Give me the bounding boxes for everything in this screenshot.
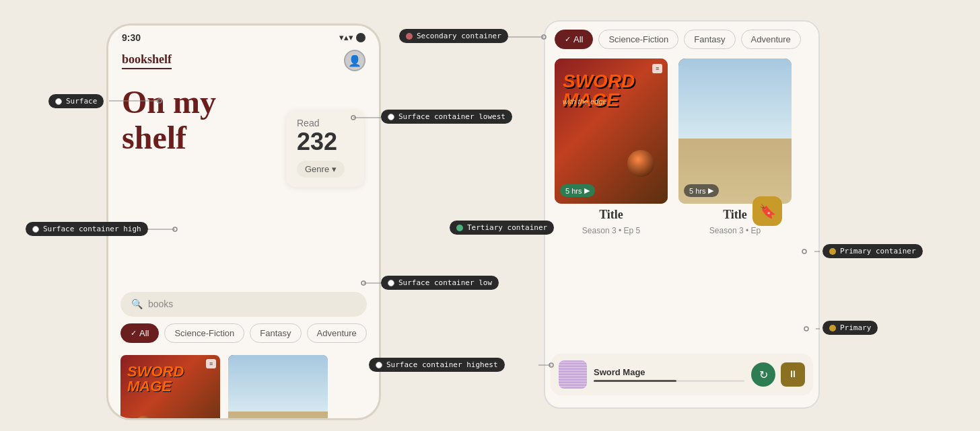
chip-adventure-phone[interactable]: Adventure <box>307 323 367 343</box>
rp-book-title-2: Title <box>723 208 747 222</box>
right-panel: All Science-Fiction Fantasy Adventure ≡ … <box>544 20 820 409</box>
rp-chip-scifi[interactable]: Science-Fiction <box>598 30 678 49</box>
rp-book-title-1: Title <box>599 208 623 222</box>
rp-time-badge-2: 5 hrs ▶ <box>684 184 719 197</box>
rp-chip-adventure[interactable]: Adventure <box>741 30 801 49</box>
read-card: Read 232 Genre ▾ <box>286 110 364 187</box>
mini-track-name: Sword Mage <box>594 367 744 377</box>
mini-player: Sword Mage ↻ ⏸ <box>551 354 813 395</box>
sword-mage-ball-phone <box>134 416 154 420</box>
sword-mage-sub-rp: with the edge <box>563 97 606 106</box>
p-dot <box>829 325 836 331</box>
sc-dot <box>406 33 413 40</box>
play-icon-2: ▶ <box>708 186 713 195</box>
sclo-dot <box>388 280 394 286</box>
book-thumb-sword-mage-phone[interactable]: ≡ SWORDMAGE <box>120 355 220 420</box>
refresh-button[interactable]: ↻ <box>751 362 775 387</box>
schh-dot <box>376 362 382 368</box>
tc-dot <box>456 225 463 231</box>
search-icon: 🔍 <box>131 299 143 310</box>
search-bar-container: 🔍 books <box>108 292 379 317</box>
pc-dot <box>829 248 836 255</box>
avatar-icon[interactable]: 👤 <box>344 50 365 71</box>
phone-frame: 9:30 ▾▴▾ bookshelf 👤 On my shelf Read 23… <box>106 24 381 420</box>
read-count: 232 <box>297 128 353 155</box>
small-icon-phone: ≡ <box>206 359 216 368</box>
search-placeholder: books <box>148 299 173 309</box>
sword-mage-text-phone: SWORDMAGE <box>127 364 184 394</box>
rp-book-item-2[interactable]: 5 hrs ▶ Title Season 3 • Ep 🔖 <box>678 58 792 235</box>
rp-chip-fantasy[interactable]: Fantasy <box>684 30 735 49</box>
rp-book-thumb-1: ≡ SWORDMAGE with the edge 5 hrs ▶ <box>555 58 668 204</box>
chip-scifi-phone[interactable]: Science-Fiction <box>164 323 244 343</box>
mini-track-info: Sword Mage <box>594 367 744 382</box>
mini-controls: ↻ ⏸ <box>751 362 805 387</box>
phone-dot <box>356 33 365 42</box>
rp-chip-all[interactable]: All <box>555 30 593 49</box>
app-logo: bookshelf <box>122 52 172 69</box>
primary-container-label: Primary container <box>823 244 923 258</box>
book-thumb-desert-phone[interactable] <box>228 355 328 420</box>
surface-label: Surface <box>48 94 104 108</box>
rp-book-sub-1: Season 3 • Ep 5 <box>582 226 640 235</box>
rp-book-item-1[interactable]: ≡ SWORDMAGE with the edge 5 hrs ▶ Title … <box>555 58 668 235</box>
album-art-design <box>559 360 587 389</box>
book1-icon: ≡ <box>652 64 662 73</box>
chip-fantasy-phone[interactable]: Fantasy <box>250 323 301 343</box>
chip-all-phone[interactable]: All <box>120 323 159 343</box>
mini-progress-bar-container[interactable] <box>594 380 744 382</box>
bookmark-btn[interactable]: 🔖 <box>753 196 782 226</box>
primary-label: Primary <box>823 321 878 335</box>
rp-desert-sky <box>678 58 792 139</box>
desert-sky-phone <box>228 355 328 412</box>
book-grid-phone: ≡ SWORDMAGE <box>108 350 379 420</box>
surface-container-low-label: Surface container low <box>381 276 499 290</box>
search-bar[interactable]: 🔍 books <box>120 292 367 317</box>
phone-filter-row: All Science-Fiction Fantasy Adventure <box>108 317 379 350</box>
signal-icon: ▾▴▾ <box>339 32 353 43</box>
desert-ground-phone <box>228 412 328 420</box>
play-icon-1: ▶ <box>584 186 590 195</box>
rp-time-badge-1: 5 hrs ▶ <box>560 184 595 197</box>
rp-book-sub-2: Season 3 • Ep <box>709 226 761 235</box>
mini-progress-fill <box>594 380 676 382</box>
read-label: Read <box>297 118 353 128</box>
sch-dot <box>32 226 39 233</box>
tertiary-container-label: Tertiary container <box>450 221 554 235</box>
surface-container-highest-label: Surface container highest <box>369 358 505 372</box>
surface-dot <box>55 98 62 105</box>
secondary-container-label: Secondary container <box>399 29 508 43</box>
phone-status-icons: ▾▴▾ <box>339 32 365 43</box>
phone-time: 9:30 <box>122 32 141 43</box>
rp-filter-row: All Science-Fiction Fantasy Adventure <box>545 22 818 56</box>
mini-album-art <box>559 360 587 389</box>
rp-book-thumb-2: 5 hrs ▶ <box>678 58 792 204</box>
surface-container-high-label: Surface container high <box>26 222 148 236</box>
status-bar: 9:30 ▾▴▾ <box>108 26 379 46</box>
rp-book-grid: ≡ SWORDMAGE with the edge 5 hrs ▶ Title … <box>545 56 818 243</box>
chevron-down-icon: ▾ <box>332 164 337 174</box>
sword-mage-ball-rp <box>627 150 654 177</box>
scl-dot <box>388 114 394 120</box>
pause-button[interactable]: ⏸ <box>781 362 805 387</box>
surface-container-lowest-label: Surface container lowest <box>381 110 512 124</box>
phone-header: bookshelf 👤 <box>108 46 379 78</box>
genre-button[interactable]: Genre ▾ <box>297 161 345 178</box>
